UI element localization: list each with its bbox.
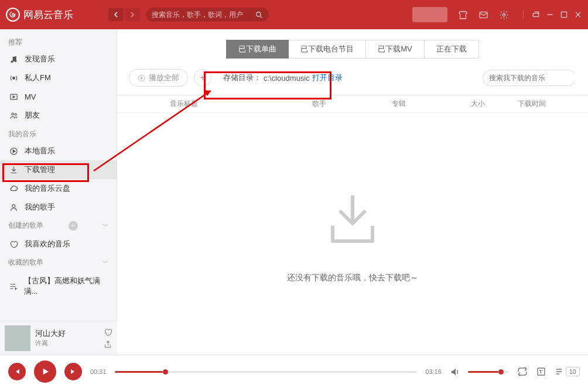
prev-button[interactable] [8, 363, 26, 380]
empty-state: 还没有下载的音乐哦，快去下载吧～ [117, 113, 588, 355]
loop-icon[interactable] [517, 366, 528, 377]
playlist-button[interactable]: 10 [555, 367, 580, 376]
radio-icon [8, 73, 19, 83]
toolbar: 播放全部 + 存储目录： c:\cloudmusic 打开目录 [117, 59, 588, 95]
sidebar-item-artists[interactable]: 我的歌手 [0, 198, 117, 217]
col-index [117, 99, 164, 109]
share-icon[interactable] [104, 340, 112, 349]
add-button[interactable]: + [194, 69, 211, 87]
sidebar-item-download[interactable]: 下载管理 [0, 160, 117, 179]
section-mymusic: 我的音乐 [0, 125, 117, 142]
skin-icon[interactable] [458, 10, 468, 20]
person-icon [8, 202, 19, 212]
nav-back-button[interactable] [108, 8, 124, 21]
empty-text: 还没有下载的音乐哦，快去下载吧～ [287, 273, 418, 283]
nav-buttons [108, 8, 140, 21]
like-icon[interactable] [104, 328, 112, 337]
svg-point-1 [257, 12, 261, 16]
sidebar-item-playlist1[interactable]: 【古风】高燃和妖气满满... [0, 272, 117, 301]
track-info: 河山大好 许嵩 [35, 328, 99, 348]
tab-downloading[interactable]: 正在下载 [425, 40, 479, 59]
section-created-playlist[interactable]: 创建的歌单 + ﹀ [0, 217, 117, 235]
sidebar-item-label: 本地音乐 [25, 146, 55, 156]
sidebar-item-fm[interactable]: 私人FM [0, 68, 117, 87]
download-search[interactable] [483, 70, 576, 86]
user-avatar-box[interactable] [412, 7, 447, 22]
col-time: 下载时间 [518, 99, 588, 109]
video-icon [8, 91, 19, 102]
nav-forward-button[interactable] [125, 8, 140, 21]
friends-icon [8, 110, 19, 121]
now-playing-card[interactable]: 河山大好 许嵩 [0, 321, 117, 355]
open-directory-link[interactable]: 打开目录 [312, 73, 343, 83]
add-playlist-icon[interactable]: + [69, 221, 78, 231]
sidebar-item-label: 下载管理 [25, 164, 55, 175]
section-collected-playlist[interactable]: 收藏的歌单 ﹀ [0, 253, 117, 272]
heart-icon [8, 239, 19, 249]
download-search-input[interactable] [489, 74, 577, 82]
svg-rect-2 [480, 12, 487, 18]
next-button[interactable] [64, 363, 82, 380]
search-input[interactable] [152, 11, 255, 19]
track-title: 河山大好 [35, 328, 99, 339]
time-current: 00:31 [90, 368, 107, 375]
svg-point-8 [12, 77, 15, 79]
lyrics-icon[interactable] [536, 366, 546, 377]
col-size: 大小 [471, 99, 518, 109]
sidebar-item-label: 发现音乐 [25, 54, 55, 64]
volume-bar[interactable] [468, 371, 509, 373]
chevron-down-icon: ﹀ [102, 259, 108, 267]
chevron-down-icon: ﹀ [102, 222, 108, 230]
time-duration: 03:16 [425, 368, 442, 375]
svg-point-6 [11, 60, 13, 63]
sidebar-item-local[interactable]: 本地音乐 [0, 142, 117, 160]
download-tabs: 已下载单曲 已下载电台节目 已下载MV 正在下载 [117, 40, 588, 59]
progress-thumb[interactable] [163, 369, 168, 375]
mini-mode-icon[interactable] [532, 11, 540, 19]
play-all-button[interactable]: 播放全部 [129, 69, 188, 87]
storage-path: c:\cloudmusic [264, 74, 310, 83]
sidebar-item-friends[interactable]: 朋友 [0, 106, 117, 125]
tab-downloaded-radio[interactable]: 已下载电台节目 [289, 40, 366, 59]
svg-point-0 [12, 13, 14, 16]
sidebar-item-discover[interactable]: 发现音乐 [0, 50, 117, 68]
close-icon[interactable] [574, 11, 582, 19]
storage-label: 存储目录： [223, 73, 261, 83]
section-label: 收藏的歌单 [8, 257, 43, 267]
section-label: 创建的歌单 [8, 221, 43, 231]
sidebar-item-mv[interactable]: MV [0, 87, 117, 106]
sidebar-item-liked[interactable]: 我喜欢的音乐 [0, 235, 117, 253]
album-cover [5, 325, 30, 351]
search-icon [255, 11, 263, 19]
sidebar-item-label: 我喜欢的音乐 [25, 239, 70, 249]
mail-icon[interactable] [478, 10, 488, 20]
tab-downloaded-songs[interactable]: 已下载单曲 [226, 40, 289, 59]
maximize-icon[interactable] [560, 11, 568, 19]
sidebar-item-label: 我的歌手 [25, 202, 55, 212]
tab-downloaded-mv[interactable]: 已下载MV [366, 40, 425, 59]
player-bar: 00:31 03:16 10 [0, 355, 588, 388]
playlist-icon [8, 281, 18, 291]
minimize-icon[interactable] [546, 11, 554, 19]
volume-icon[interactable] [450, 367, 460, 377]
music-note-icon [8, 54, 19, 64]
app-header: 网易云音乐 [0, 0, 588, 29]
playlist-icon [555, 367, 564, 376]
main-content: 已下载单曲 已下载电台节目 已下载MV 正在下载 播放全部 + 存储目录： c:… [117, 29, 588, 355]
svg-rect-16 [538, 368, 545, 375]
sidebar-item-label: 【古风】高燃和妖气满满... [24, 276, 108, 297]
netease-logo-icon [6, 8, 20, 22]
cloud-icon [8, 183, 19, 194]
track-artist: 许嵩 [35, 339, 99, 348]
play-button[interactable] [34, 360, 56, 383]
download-empty-icon [317, 185, 388, 255]
svg-point-7 [14, 60, 16, 62]
progress-bar[interactable] [115, 371, 418, 373]
volume-thumb[interactable] [498, 369, 504, 375]
global-search[interactable] [146, 8, 269, 22]
app-logo: 网易云音乐 [6, 8, 73, 22]
svg-point-11 [15, 114, 16, 115]
sidebar-item-cloud[interactable]: 我的音乐云盘 [0, 179, 117, 198]
local-music-icon [8, 146, 19, 156]
settings-icon[interactable] [499, 10, 509, 20]
